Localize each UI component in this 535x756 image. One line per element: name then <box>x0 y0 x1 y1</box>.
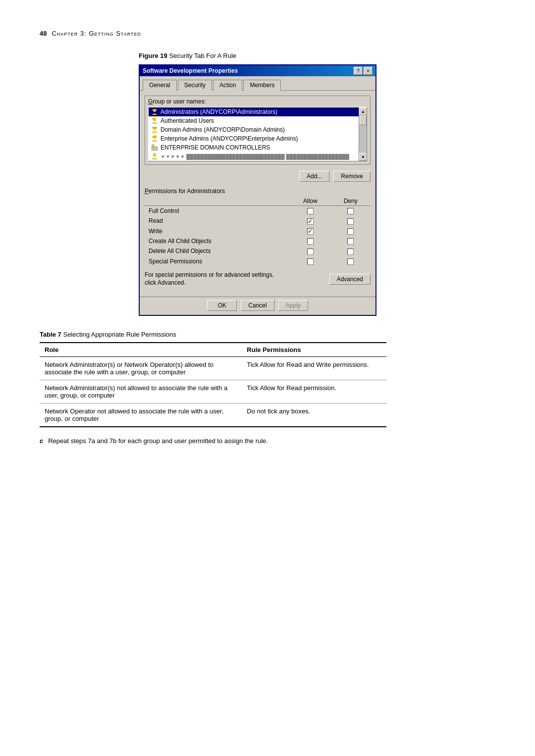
user-list[interactable]: Administrators (ANDYCORP\Administrators)… <box>148 107 367 161</box>
allow-checkbox[interactable] <box>307 228 314 235</box>
page-number: 48 <box>40 30 47 37</box>
close-button[interactable]: × <box>364 67 373 75</box>
role-cell: Network Administrator(s) or Network Oper… <box>40 357 242 380</box>
figure-text: Security Tab For A Rule <box>169 52 236 59</box>
col-permissions: Rule Permissions <box>242 343 386 357</box>
user-icon <box>151 152 159 160</box>
col-role: Role <box>40 343 242 357</box>
add-button[interactable]: Add... <box>299 171 329 182</box>
table-caption-text: Selecting Appropriate Rule Permissions <box>63 331 176 338</box>
scroll-down[interactable]: ▼ <box>359 153 367 161</box>
list-item[interactable]: Administrators (ANDYCORP\Administrators) <box>149 107 359 116</box>
perm-col-name <box>145 197 290 206</box>
tab-members[interactable]: Members <box>243 80 281 91</box>
advanced-note: For special permissions or for advanced … <box>145 271 283 287</box>
step-text: Repeat steps 7a and 7b for each group an… <box>48 437 268 445</box>
dialog-window: Software Development Properties ? × Gene… <box>139 64 376 316</box>
role-cell: Network Administrator(s) not allowed to … <box>40 380 242 403</box>
table-caption: Table 7 Selecting Appropriate Rule Permi… <box>40 331 495 338</box>
perm-row-delete: Delete All Child Objects <box>145 246 371 256</box>
perm-allow[interactable] <box>290 206 330 216</box>
figure-caption: Figure 19 Security Tab For A Rule <box>139 52 495 59</box>
svg-point-2 <box>156 109 157 111</box>
svg-point-1 <box>153 109 154 111</box>
perm-col-allow: Allow <box>290 197 330 206</box>
scroll-track[interactable] <box>359 115 367 153</box>
perm-name: Write <box>145 226 290 236</box>
perm-col-deny: Deny <box>330 197 371 206</box>
perm-allow[interactable] <box>290 226 330 236</box>
svg-point-12 <box>152 145 155 147</box>
page-header: 48 Chapter 3: Getting Started <box>40 30 495 37</box>
group-label: Group or user names: <box>148 98 367 105</box>
perm-row-write: Write <box>145 226 371 236</box>
allow-checkbox[interactable] <box>307 249 314 255</box>
scroll-thumb[interactable] <box>360 115 367 125</box>
step-letter: c <box>40 437 43 445</box>
table-row: Network Operator not allowed to associat… <box>40 403 386 427</box>
perm-allow[interactable] <box>290 236 330 246</box>
perm-deny[interactable] <box>330 256 371 266</box>
perm-cell: Tick Allow for Read permission. <box>242 380 386 403</box>
perm-cell: Tick Allow for Read and Write permission… <box>242 357 386 380</box>
allow-checkbox[interactable] <box>307 258 314 265</box>
perm-deny[interactable] <box>330 226 371 236</box>
advanced-button[interactable]: Advanced <box>329 274 371 285</box>
scrollbar[interactable]: ▲ ▼ <box>359 107 367 161</box>
perm-row-create: Create All Child Objects <box>145 236 371 246</box>
dialog-footer: OK Cancel Apply <box>140 297 375 315</box>
svg-point-10 <box>156 136 157 138</box>
deny-checkbox[interactable] <box>347 208 354 214</box>
apply-button[interactable]: Apply <box>278 300 308 311</box>
perm-name: Read <box>145 216 290 226</box>
deny-checkbox[interactable] <box>347 238 354 245</box>
add-remove-buttons: Add... Remove <box>145 169 371 184</box>
ok-button[interactable]: OK <box>207 300 237 311</box>
perm-name: Create All Child Objects <box>145 236 290 246</box>
perm-row-special: Special Permissions <box>145 256 371 266</box>
advanced-row: For special permissions or for advanced … <box>145 271 371 287</box>
perm-name: Special Permissions <box>145 256 290 266</box>
deny-checkbox[interactable] <box>347 228 354 235</box>
step-c: c Repeat steps 7a and 7b for each group … <box>40 437 495 445</box>
figure-label: Figure 19 <box>139 52 167 59</box>
svg-point-13 <box>153 153 156 156</box>
perm-name: Full Control <box>145 206 290 216</box>
allow-checkbox[interactable] <box>307 238 314 245</box>
list-item[interactable]: ENTERPRISE DOMAIN CONTROLLERS <box>149 143 359 152</box>
table-label: Table 7 <box>40 331 61 338</box>
allow-checkbox[interactable] <box>307 218 314 225</box>
perm-deny[interactable] <box>330 206 371 216</box>
remove-button[interactable]: Remove <box>333 171 371 182</box>
deny-checkbox[interactable] <box>347 249 354 255</box>
scroll-up[interactable]: ▲ <box>359 107 367 115</box>
svg-point-7 <box>156 127 157 129</box>
deny-checkbox[interactable] <box>347 218 354 225</box>
tab-general[interactable]: General <box>143 80 177 91</box>
list-item[interactable]: Domain Admins (ANDYCORP\Domain Admins) <box>149 125 359 134</box>
help-button[interactable]: ? <box>354 67 363 75</box>
perm-allow[interactable] <box>290 256 330 266</box>
list-item[interactable]: ▼▼▼▼▼ ████████████████████████████ █████… <box>149 152 359 161</box>
perm-deny[interactable] <box>330 216 371 226</box>
dialog-title: Software Development Properties <box>143 67 238 74</box>
tab-bar: General Security Action Members <box>140 76 375 91</box>
perm-row-fullcontrol: Full Control <box>145 206 371 216</box>
perm-deny[interactable] <box>330 236 371 246</box>
perm-cell: Do not tick any boxes. <box>242 403 386 427</box>
list-item[interactable]: Authenticated Users <box>149 116 359 125</box>
perm-deny[interactable] <box>330 246 371 256</box>
titlebar-buttons: ? × <box>354 67 373 75</box>
tab-action[interactable]: Action <box>213 80 242 91</box>
perm-allow[interactable] <box>290 246 330 256</box>
perm-allow[interactable] <box>290 216 330 226</box>
allow-checkbox[interactable] <box>307 208 314 214</box>
user-list-inner: Administrators (ANDYCORP\Administrators)… <box>149 107 367 161</box>
table-row: Network Administrator(s) not allowed to … <box>40 380 386 403</box>
deny-checkbox[interactable] <box>347 258 354 265</box>
data-table: Role Rule Permissions Network Administra… <box>40 342 386 427</box>
list-item[interactable]: Enterprise Admins (ANDYCORP\Enterprise A… <box>149 134 359 143</box>
dialog-titlebar: Software Development Properties ? × <box>140 65 375 76</box>
tab-security[interactable]: Security <box>178 80 212 91</box>
cancel-button[interactable]: Cancel <box>241 300 274 311</box>
